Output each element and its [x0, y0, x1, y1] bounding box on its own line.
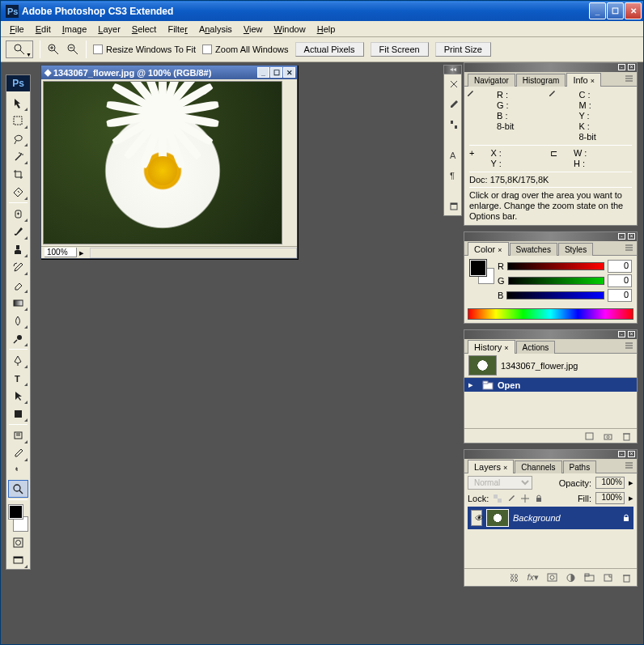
tab-history[interactable]: History×	[468, 340, 515, 354]
visibility-eye-icon[interactable]: 👁	[471, 510, 482, 526]
tab-color[interactable]: Color×	[468, 242, 509, 256]
doc-close-button[interactable]: ✕	[283, 67, 295, 78]
clone-stamp-tool[interactable]	[8, 240, 28, 258]
panel-menu-icon[interactable]	[625, 461, 634, 469]
magic-wand-tool[interactable]	[8, 147, 28, 165]
tab-actions[interactable]: Actions	[516, 341, 556, 354]
notes-tool[interactable]	[8, 426, 28, 444]
panel-header[interactable]: -×	[464, 63, 637, 72]
resize-windows-checkbox[interactable]: Resize Windows To Fit	[93, 45, 196, 54]
character-icon[interactable]: A	[447, 148, 460, 162]
status-info-icon[interactable]: ▸	[79, 248, 84, 258]
quick-mask-toggle[interactable]	[8, 533, 28, 551]
adjustment-layer-icon[interactable]	[566, 573, 576, 583]
background-color[interactable]	[14, 517, 28, 531]
restore-button[interactable]: ☐	[607, 2, 624, 19]
green-slider[interactable]	[508, 277, 604, 285]
paragraph-icon[interactable]: ¶	[447, 168, 460, 182]
print-size-button[interactable]: Print Size	[435, 42, 491, 57]
fill-flyout-icon[interactable]: ▸	[629, 493, 633, 503]
menu-edit[interactable]: Edit	[30, 23, 57, 36]
tab-layers[interactable]: Layers×	[468, 460, 514, 473]
tab-channels[interactable]: Channels	[515, 460, 561, 473]
eraser-tool[interactable]	[8, 276, 28, 294]
link-layers-icon[interactable]: ⛓	[510, 573, 519, 583]
tab-styles[interactable]: Styles	[558, 243, 593, 256]
lock-transparency-icon[interactable]	[493, 494, 502, 503]
zoom-input[interactable]: 100%	[44, 248, 77, 257]
history-step-open[interactable]: ▸ Open	[464, 378, 637, 392]
horizontal-scrollbar[interactable]	[90, 248, 297, 258]
shape-tool[interactable]	[8, 405, 28, 422]
screen-mode-toggle[interactable]	[8, 551, 28, 569]
tab-swatches[interactable]: Swatches	[510, 243, 557, 256]
tool-preset-picker[interactable]: ▼	[6, 40, 33, 58]
canvas[interactable]	[43, 81, 282, 244]
gradient-tool[interactable]	[8, 294, 28, 312]
doc-minimize-button[interactable]: _	[257, 67, 269, 78]
clone-source-icon[interactable]	[447, 117, 460, 131]
collapse-button[interactable]: -	[618, 233, 625, 240]
panel-menu-icon[interactable]	[625, 342, 634, 350]
zoom-all-checkbox[interactable]: Zoom All Windows	[202, 45, 288, 54]
tool-presets-icon[interactable]	[447, 77, 460, 91]
path-selection-tool[interactable]	[8, 387, 28, 405]
history-source[interactable]: 1343067_flower.jpg	[464, 354, 637, 377]
panel-header[interactable]: -×	[464, 450, 637, 459]
blue-value[interactable]: 0	[608, 289, 632, 302]
menu-layer[interactable]: Layer	[92, 23, 126, 36]
panel-header[interactable]: -×	[464, 232, 637, 241]
dodge-tool[interactable]	[8, 329, 28, 347]
layer-comps-icon[interactable]	[447, 199, 460, 213]
green-value[interactable]: 0	[608, 274, 632, 287]
menu-window[interactable]: Window	[269, 23, 311, 36]
red-slider[interactable]	[507, 262, 604, 270]
menu-analysis[interactable]: Analysis	[193, 23, 238, 36]
color-spectrum[interactable]	[468, 308, 633, 320]
blur-tool[interactable]	[8, 312, 28, 329]
menu-view[interactable]: View	[238, 23, 269, 36]
zoom-out-icon[interactable]	[66, 43, 79, 56]
new-snapshot-icon[interactable]	[603, 431, 613, 441]
collapse-button[interactable]: -	[618, 331, 625, 337]
foreground-color[interactable]	[9, 505, 23, 519]
zoom-in-icon[interactable]	[47, 43, 60, 56]
zoom-tool[interactable]	[8, 480, 28, 498]
document-titlebar[interactable]: ◆ 1343067_flower.jpg @ 100% (RGB/8#) _ ☐…	[41, 66, 297, 79]
marquee-tool[interactable]	[8, 112, 28, 129]
fill-input[interactable]: 100%	[595, 492, 625, 504]
tab-info[interactable]: Info×	[566, 73, 601, 87]
crop-tool[interactable]	[8, 165, 28, 183]
color-fg-swatch[interactable]	[470, 260, 486, 276]
menu-help[interactable]: Help	[311, 23, 341, 36]
history-brush-tool[interactable]	[8, 258, 28, 276]
tab-paths[interactable]: Paths	[563, 460, 597, 473]
opacity-flyout-icon[interactable]: ▸	[629, 477, 633, 488]
blend-mode-select[interactable]: Normal	[468, 476, 532, 490]
layer-mask-icon[interactable]	[547, 573, 557, 582]
menu-filter[interactable]: Filter	[162, 23, 193, 36]
delete-state-icon[interactable]	[621, 431, 632, 441]
close-panel-button[interactable]: ×	[628, 451, 635, 457]
menu-file[interactable]: File	[4, 23, 30, 36]
new-document-from-state-icon[interactable]	[584, 431, 595, 441]
tab-histogram[interactable]: Histogram	[516, 74, 566, 87]
close-panel-button[interactable]: ×	[628, 233, 635, 240]
minimize-button[interactable]: _	[589, 2, 606, 19]
lasso-tool[interactable]	[8, 129, 28, 147]
new-layer-icon[interactable]	[603, 573, 613, 582]
lock-pixels-icon[interactable]	[506, 494, 516, 503]
brushes-icon[interactable]	[447, 97, 460, 111]
new-group-icon[interactable]	[584, 573, 595, 582]
collapse-button[interactable]: -	[618, 64, 625, 70]
move-tool[interactable]	[8, 94, 28, 112]
panel-menu-icon[interactable]	[625, 244, 634, 252]
pen-tool[interactable]	[8, 351, 28, 369]
lock-all-icon[interactable]	[534, 494, 544, 503]
panel-menu-icon[interactable]	[625, 74, 634, 83]
healing-brush-tool[interactable]	[8, 205, 28, 223]
lock-position-icon[interactable]	[520, 494, 530, 503]
delete-layer-icon[interactable]	[621, 573, 632, 583]
doc-maximize-button[interactable]: ☐	[270, 67, 282, 78]
slice-tool[interactable]	[8, 183, 28, 201]
